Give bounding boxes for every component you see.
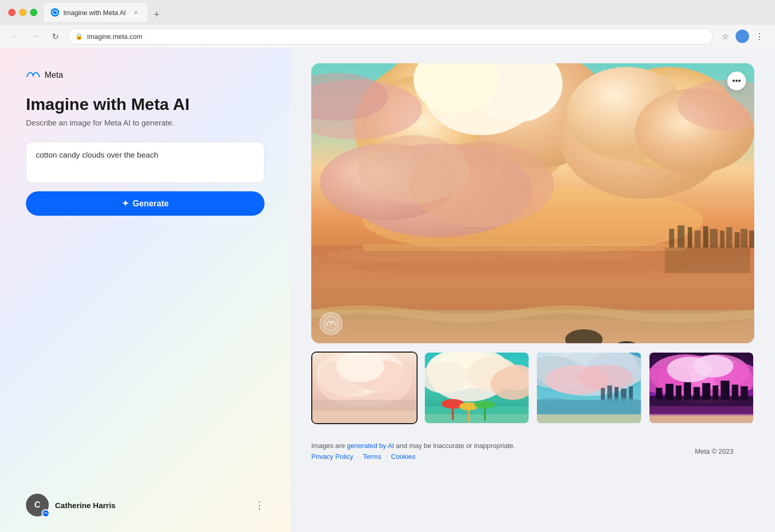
svg-rect-38	[741, 229, 748, 247]
svg-rect-35	[720, 231, 724, 248]
svg-rect-94	[721, 381, 729, 400]
traffic-light-minimize[interactable]	[19, 9, 26, 16]
page-title: Imagine with Meta AI	[26, 94, 265, 114]
svg-point-70	[577, 365, 633, 390]
tab-close-button[interactable]: ×	[132, 8, 140, 17]
page-content: Meta Imagine with Meta AI Describe an im…	[0, 48, 775, 532]
terms-link[interactable]: Terms	[363, 453, 381, 460]
user-avatar-letter: C	[34, 500, 40, 510]
svg-rect-34	[710, 229, 718, 247]
user-avatar: C	[26, 494, 49, 516]
thumbnail-strip	[311, 352, 754, 424]
svg-rect-89	[675, 385, 681, 400]
svg-rect-33	[703, 226, 708, 247]
forward-button[interactable]: →	[28, 29, 43, 44]
svg-rect-39	[749, 231, 754, 248]
footer-disclaimer: Images are generated by AI and may be in…	[311, 441, 515, 463]
meta-logo-icon	[26, 68, 40, 82]
browser-menu-button[interactable]: ⋮	[752, 29, 767, 44]
svg-rect-36	[726, 227, 732, 247]
svg-point-23	[354, 259, 695, 276]
browser-nav: ← → ↻ 🔒 imagine.meta.com ☆ ⋮	[0, 25, 775, 48]
thumbnail-3[interactable]	[536, 352, 642, 424]
svg-rect-59	[425, 414, 529, 423]
svg-rect-37	[735, 232, 740, 248]
svg-rect-24	[363, 244, 686, 251]
more-options-button[interactable]: •••	[727, 72, 746, 90]
meta-logo: Meta	[26, 68, 265, 82]
user-avatar-badge	[41, 509, 50, 517]
svg-rect-93	[712, 385, 718, 400]
right-panel: •••	[290, 48, 775, 532]
footer-separator-1: ·	[357, 453, 359, 460]
svg-rect-92	[702, 383, 710, 400]
footer: Images are generated by AI and may be in…	[311, 432, 754, 471]
main-image-svg	[311, 63, 754, 343]
bookmark-button[interactable]: ☆	[718, 29, 732, 44]
disclaimer-start: Images are	[311, 442, 347, 450]
generate-label: Generate	[133, 199, 169, 208]
watermark-inner	[324, 316, 338, 331]
svg-point-62	[474, 401, 495, 409]
user-profile: C Catherine Harris ⋮	[26, 494, 265, 516]
svg-rect-95	[731, 385, 738, 400]
svg-point-85	[693, 355, 733, 377]
browser-tab-active[interactable]: Imagine with Meta AI ×	[44, 3, 147, 22]
generated-by-ai-link[interactable]: generated by AI	[347, 442, 394, 450]
user-name: Catherine Harris	[55, 501, 248, 510]
main-image-container: •••	[311, 63, 754, 343]
thumbnail-1[interactable]	[311, 352, 418, 424]
footer-copyright: Meta © 2023	[695, 447, 734, 455]
page-subtitle: Describe an image for Meta AI to generat…	[26, 118, 265, 127]
traffic-light-close[interactable]	[8, 9, 16, 16]
svg-rect-98	[649, 406, 754, 416]
back-button[interactable]: ←	[8, 29, 23, 44]
new-tab-button[interactable]: +	[149, 7, 164, 22]
profile-avatar[interactable]	[736, 30, 749, 43]
sparkle-icon: ✦	[122, 199, 129, 208]
svg-rect-90	[684, 382, 691, 400]
svg-rect-40	[665, 247, 750, 273]
privacy-policy-link[interactable]: Privacy Policy	[311, 453, 353, 460]
svg-rect-77	[537, 414, 641, 423]
user-menu-button[interactable]: ⋮	[254, 499, 265, 511]
svg-point-17	[358, 135, 469, 203]
svg-rect-49	[312, 400, 417, 411]
prompt-input[interactable]: cotton candy clouds over the beach	[26, 142, 265, 183]
left-panel: Meta Imagine with Meta AI Describe an im…	[0, 48, 290, 532]
tab-favicon	[51, 8, 59, 17]
svg-rect-88	[665, 384, 673, 400]
address-bar[interactable]: 🔒 imagine.meta.com	[67, 28, 713, 45]
traffic-lights	[8, 9, 37, 16]
svg-rect-30	[677, 226, 684, 248]
thumbnail-2[interactable]	[424, 352, 530, 424]
svg-rect-31	[688, 227, 692, 247]
cookies-link[interactable]: Cookies	[391, 453, 416, 460]
browser-chrome: Imagine with Meta AI × + ← → ↻ 🔒 imagine…	[0, 0, 775, 48]
watermark	[320, 312, 342, 335]
svg-rect-91	[693, 387, 699, 400]
footer-separator-2: ·	[385, 453, 388, 460]
refresh-button[interactable]: ↻	[48, 29, 62, 44]
thumbnail-4[interactable]	[648, 352, 755, 424]
lock-icon: 🔒	[75, 33, 83, 40]
browser-titlebar: Imagine with Meta AI × +	[0, 0, 775, 25]
svg-rect-87	[656, 388, 662, 400]
tab-title: Imagine with Meta AI	[63, 9, 128, 17]
disclaimer-end: and may be inaccurate or inappropriate.	[394, 442, 515, 450]
svg-rect-32	[695, 231, 700, 248]
nav-actions: ☆ ⋮	[718, 29, 767, 44]
address-text: imagine.meta.com	[87, 33, 142, 40]
meta-logo-text: Meta	[45, 71, 63, 80]
svg-rect-96	[740, 386, 748, 400]
more-options-icon: •••	[732, 76, 741, 86]
svg-rect-29	[669, 229, 674, 247]
traffic-light-maximize[interactable]	[30, 9, 37, 16]
browser-tabs: Imagine with Meta AI × +	[44, 3, 767, 22]
generate-button[interactable]: ✦ Generate	[26, 191, 265, 216]
